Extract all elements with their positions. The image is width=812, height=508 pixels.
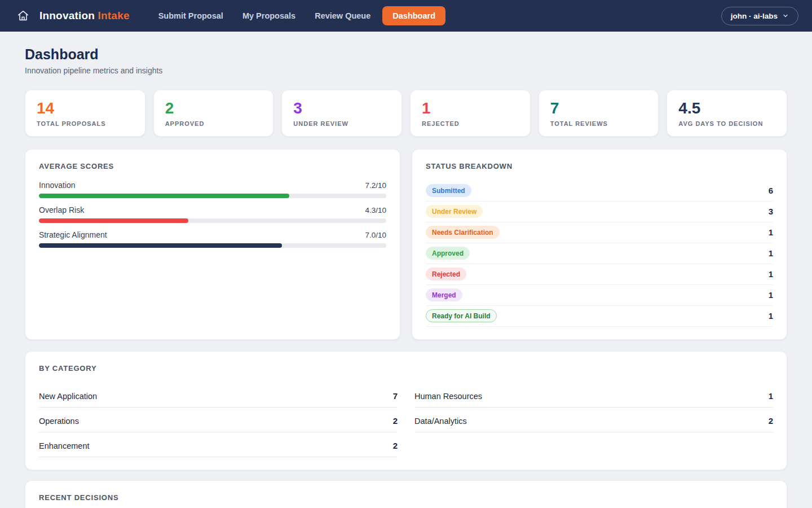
- status-count: 1: [769, 248, 773, 258]
- by-category-title: By Category: [39, 364, 773, 373]
- main-content: Dashboard Innovation pipeline metrics an…: [0, 46, 812, 508]
- score-value: 4.3/10: [365, 206, 386, 214]
- status-count: 1: [769, 227, 773, 237]
- stat-value: 3: [293, 100, 390, 117]
- score-bar-track: [39, 194, 386, 198]
- status-badge: Merged: [426, 288, 462, 301]
- stat-value: 14: [37, 100, 134, 117]
- status-count: 6: [769, 186, 773, 195]
- score-head: Innovation7.2/10: [39, 181, 386, 190]
- stat-card: 2APPROVED: [153, 90, 274, 137]
- category-item: Human Resources1: [414, 383, 773, 408]
- category-item: Enhancement2: [39, 432, 398, 457]
- score-label: Innovation: [39, 181, 76, 190]
- score-label: Strategic Alignment: [39, 230, 107, 239]
- stat-label: APPROVED: [165, 120, 262, 127]
- nav-links: Submit ProposalMy ProposalsReview QueueD…: [151, 6, 445, 25]
- chevron-down-icon: [782, 12, 789, 19]
- score-bar-fill: [39, 218, 188, 223]
- score-row: Innovation7.2/10: [39, 181, 386, 198]
- stat-card: 14TOTAL PROPOSALS: [25, 90, 145, 137]
- status-badge: Needs Clarification: [426, 226, 500, 239]
- stat-card: 4.5AVG DAYS TO DECISION: [667, 90, 787, 137]
- average-scores-panel: Average Scores Innovation7.2/10Overlap R…: [25, 149, 400, 340]
- status-row: Submitted6: [426, 181, 773, 202]
- status-row: Approved1: [426, 243, 773, 264]
- stat-label: TOTAL REVIEWS: [550, 120, 647, 127]
- stat-value: 4.5: [678, 100, 775, 117]
- status-count: 1: [769, 311, 773, 321]
- status-badge: Ready for AI Build: [426, 309, 497, 322]
- category-label: New Application: [39, 392, 97, 401]
- average-scores-title: Average Scores: [39, 162, 386, 170]
- score-row: Strategic Alignment7.0/10: [39, 230, 386, 248]
- by-category-panel: By Category New Application7Operations2E…: [25, 351, 787, 470]
- category-count: 7: [393, 391, 398, 401]
- status-row: Rejected1: [426, 264, 773, 285]
- category-label: Enhancement: [39, 441, 89, 450]
- nav-item-review-queue[interactable]: Review Queue: [307, 7, 378, 25]
- status-row: Merged1: [426, 285, 773, 306]
- score-bar-track: [39, 243, 386, 248]
- brand-logo[interactable]: Innovation Intake: [39, 10, 130, 22]
- status-count: 3: [769, 207, 773, 216]
- category-label: Human Resources: [414, 392, 482, 401]
- stats-grid: 14TOTAL PROPOSALS2APPROVED3UNDER REVIEW1…: [25, 90, 787, 137]
- nav-item-submit-proposal[interactable]: Submit Proposal: [151, 7, 231, 25]
- nav-item-my-proposals[interactable]: My Proposals: [235, 7, 303, 25]
- category-count: 2: [769, 416, 773, 426]
- nav-item-dashboard[interactable]: Dashboard: [382, 6, 445, 25]
- brand-name-accent: Intake: [98, 10, 130, 21]
- status-row: Ready for AI Build1: [426, 306, 773, 327]
- scores-list: Innovation7.2/10Overlap Risk4.3/10Strate…: [39, 181, 386, 248]
- category-column-left: New Application7Operations2Enhancement2: [39, 383, 398, 457]
- category-item: Operations2: [39, 408, 398, 432]
- score-head: Overlap Risk4.3/10: [39, 205, 386, 214]
- score-label: Overlap Risk: [39, 205, 84, 214]
- category-count: 2: [393, 441, 398, 450]
- status-list: Submitted6Under Review3Needs Clarificati…: [426, 181, 773, 327]
- status-badge: Approved: [426, 247, 470, 260]
- user-menu-button[interactable]: john · ai-labs: [721, 7, 798, 25]
- home-icon[interactable]: [17, 10, 29, 22]
- score-head: Strategic Alignment7.0/10: [39, 230, 386, 239]
- score-row: Overlap Risk4.3/10: [39, 205, 386, 223]
- category-count: 1: [769, 391, 773, 401]
- score-bar-track: [39, 218, 386, 223]
- page-subtitle: Innovation pipeline metrics and insights: [25, 66, 787, 75]
- stat-label: AVG DAYS TO DECISION: [678, 120, 775, 127]
- stat-card: 3UNDER REVIEW: [281, 90, 402, 137]
- status-badge: Submitted: [426, 184, 471, 197]
- stat-label: UNDER REVIEW: [293, 120, 390, 127]
- category-label: Data/Analytics: [414, 417, 467, 426]
- score-value: 7.2/10: [365, 181, 386, 190]
- category-label: Operations: [39, 417, 79, 426]
- status-breakdown-panel: Status Breakdown Submitted6Under Review3…: [412, 149, 787, 340]
- page-title: Dashboard: [25, 46, 787, 63]
- brand-name-primary: Innovation: [39, 10, 95, 21]
- top-navbar: Innovation Intake Submit ProposalMy Prop…: [0, 0, 812, 32]
- category-grid: New Application7Operations2Enhancement2 …: [39, 383, 773, 457]
- recent-decisions-panel: Recent Decisions PROPOSALAPP NAMEDECISIO…: [25, 480, 787, 508]
- score-bar-fill: [39, 243, 282, 248]
- stat-value: 7: [550, 100, 647, 117]
- status-count: 1: [769, 269, 773, 279]
- score-bar-fill: [39, 194, 289, 198]
- status-breakdown-title: Status Breakdown: [426, 162, 773, 170]
- status-row: Needs Clarification1: [426, 222, 773, 243]
- mid-panels: Average Scores Innovation7.2/10Overlap R…: [25, 149, 787, 340]
- stat-card: 1REJECTED: [410, 90, 531, 137]
- stat-label: REJECTED: [422, 120, 519, 127]
- status-badge: Rejected: [426, 268, 466, 281]
- recent-decisions-title: Recent Decisions: [39, 493, 773, 502]
- category-item: Data/Analytics2: [414, 408, 773, 432]
- category-count: 2: [393, 416, 398, 426]
- stat-card: 7TOTAL REVIEWS: [539, 90, 659, 137]
- score-value: 7.0/10: [365, 231, 386, 239]
- stat-label: TOTAL PROPOSALS: [37, 120, 134, 127]
- stat-value: 1: [422, 100, 519, 117]
- user-label: john · ai-labs: [731, 12, 778, 20]
- stat-value: 2: [165, 100, 262, 117]
- category-column-right: Human Resources1Data/Analytics2: [414, 383, 773, 457]
- status-count: 1: [769, 290, 773, 300]
